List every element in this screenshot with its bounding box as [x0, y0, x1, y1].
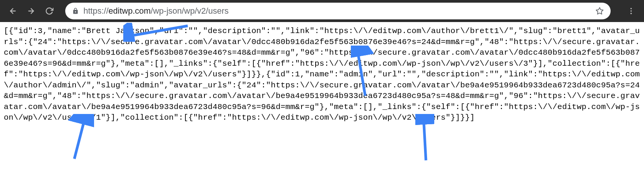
- svg-marker-2: [596, 8, 603, 14]
- svg-point-5: [630, 13, 632, 14]
- url-text[interactable]: https://editwp.com/wp-json/wp/v2/users: [83, 6, 591, 16]
- browser-toolbar: https://editwp.com/wp-json/wp/v2/users: [0, 0, 644, 22]
- arrow-left-icon: [9, 7, 17, 15]
- url-path: /wp-json/wp/v2/users: [151, 6, 228, 16]
- reload-button[interactable]: [41, 3, 58, 19]
- more-vertical-icon: [627, 7, 635, 15]
- back-button[interactable]: [5, 3, 21, 19]
- svg-point-3: [630, 8, 632, 9]
- address-bar[interactable]: https://editwp.com/wp-json/wp/v2/users: [65, 3, 611, 19]
- svg-point-4: [630, 10, 632, 12]
- reload-icon: [45, 7, 53, 15]
- url-protocol: https://: [83, 6, 108, 16]
- forward-button[interactable]: [23, 3, 39, 19]
- browser-menu-button[interactable]: [623, 3, 639, 19]
- nav-buttons: [5, 3, 58, 19]
- bookmark-star-icon[interactable]: [595, 7, 604, 15]
- lock-icon: [72, 8, 79, 14]
- url-domain: editwp.com: [108, 6, 151, 16]
- arrow-right-icon: [27, 7, 35, 15]
- json-response-body: [{"id":3,"name":"Brett Jackson","url":""…: [0, 22, 644, 127]
